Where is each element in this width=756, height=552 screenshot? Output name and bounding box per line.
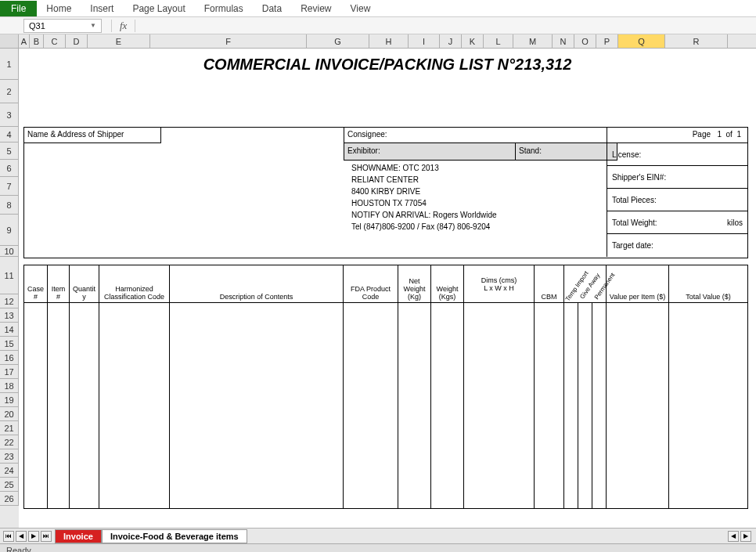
th-case: Case # bbox=[24, 265, 48, 302]
col-header-I[interactable]: I bbox=[409, 34, 440, 48]
worksheet[interactable]: COMMERCIAL INVOICE/PACKING LIST N°213,31… bbox=[19, 49, 756, 528]
line-items-table: Case # Item # Quantit y Harmonized Class… bbox=[23, 265, 748, 509]
tab-view[interactable]: View bbox=[341, 1, 380, 16]
column-headers: ABCDEFGHIJKLMNOPQR bbox=[0, 34, 756, 49]
th-net-weight: Net Weight (Kg) bbox=[398, 265, 431, 302]
cell-reference: Q31 bbox=[29, 21, 45, 31]
formula-bar: Q31 ▼ fx bbox=[0, 17, 756, 34]
th-harmonized: Harmonized Classification Code bbox=[99, 265, 170, 302]
col-header-G[interactable]: G bbox=[307, 34, 369, 48]
tab-file[interactable]: File bbox=[0, 1, 37, 16]
status-bar: Ready bbox=[0, 543, 756, 552]
th-value-per-item: Value per Item ($) bbox=[607, 265, 669, 302]
sheet-nav-buttons: ⏮ ◀ ▶ ⏭ bbox=[0, 531, 55, 542]
tab-insert[interactable]: Insert bbox=[81, 1, 123, 16]
row-header-2[interactable]: 2 bbox=[0, 80, 19, 103]
ribbon-tabs: File Home Insert Page Layout Formulas Da… bbox=[0, 0, 756, 17]
page-indicator: Page 1 of 1 bbox=[607, 128, 747, 143]
fx-icon[interactable]: fx bbox=[120, 20, 127, 32]
col-header-K[interactable]: K bbox=[462, 34, 484, 48]
name-box[interactable]: Q31 ▼ bbox=[23, 19, 102, 33]
col-header-P[interactable]: P bbox=[596, 34, 618, 48]
th-item: Item # bbox=[48, 265, 70, 302]
row-header-11[interactable]: 11 bbox=[0, 257, 19, 294]
invoice-header-block: Name & Address of Shipper Consignee: Pag… bbox=[23, 127, 748, 258]
row-header-19[interactable]: 19 bbox=[0, 393, 19, 407]
sheet-tab-food-beverage[interactable]: Invoice-Food & Beverage items bbox=[102, 529, 247, 543]
sheet-nav-last[interactable]: ⏭ bbox=[41, 531, 52, 542]
license-field: License: bbox=[607, 143, 747, 166]
col-header-J[interactable]: J bbox=[440, 34, 462, 48]
col-header-C[interactable]: C bbox=[44, 34, 66, 48]
col-header-L[interactable]: L bbox=[484, 34, 513, 48]
row-header-14[interactable]: 14 bbox=[0, 323, 19, 337]
row-header-3[interactable]: 3 bbox=[0, 103, 19, 127]
ein-field: Shipper's EIN#: bbox=[607, 166, 747, 189]
row-header-26[interactable]: 26 bbox=[0, 492, 19, 506]
col-header-A[interactable]: A bbox=[19, 34, 30, 48]
sheet-nav-prev[interactable]: ◀ bbox=[16, 531, 27, 542]
row-header-17[interactable]: 17 bbox=[0, 365, 19, 379]
exhibitor-label: Exhibitor: bbox=[344, 143, 516, 161]
row-header-10[interactable]: 10 bbox=[0, 246, 19, 257]
row-header-24[interactable]: 24 bbox=[0, 464, 19, 478]
col-header-B[interactable]: B bbox=[30, 34, 44, 48]
col-header-D[interactable]: D bbox=[66, 34, 88, 48]
row-header-23[interactable]: 23 bbox=[0, 449, 19, 464]
tab-formulas[interactable]: Formulas bbox=[195, 1, 253, 16]
select-all-corner[interactable] bbox=[0, 34, 19, 48]
name-box-dropdown-icon[interactable]: ▼ bbox=[90, 22, 96, 29]
target-date-field: Target date: bbox=[607, 234, 747, 257]
col-header-N[interactable]: N bbox=[553, 34, 574, 48]
th-cbm: CBM bbox=[535, 265, 564, 302]
row-headers: 1234567891011121314151617181920212223242… bbox=[0, 49, 19, 528]
col-header-M[interactable]: M bbox=[513, 34, 553, 48]
th-description: Description of Contents bbox=[170, 265, 344, 302]
th-total-value: Total Value ($) bbox=[669, 265, 747, 302]
row-header-5[interactable]: 5 bbox=[0, 143, 19, 160]
weight-field: Total Weight:kilos bbox=[607, 211, 747, 234]
row-header-7[interactable]: 7 bbox=[0, 177, 19, 196]
right-summary-fields: License: Shipper's EIN#: Total Pieces: T… bbox=[607, 143, 747, 257]
hscroll-right[interactable]: ▶ bbox=[740, 531, 751, 542]
tab-review[interactable]: Review bbox=[291, 1, 340, 16]
th-weight: Weight (Kgs) bbox=[431, 265, 464, 302]
th-qty: Quantit y bbox=[70, 265, 99, 302]
tab-page-layout[interactable]: Page Layout bbox=[123, 1, 194, 16]
row-header-22[interactable]: 22 bbox=[0, 435, 19, 449]
row-header-16[interactable]: 16 bbox=[0, 351, 19, 365]
row-header-25[interactable]: 25 bbox=[0, 478, 19, 492]
sheet-nav-first[interactable]: ⏮ bbox=[3, 531, 14, 542]
row-header-4[interactable]: 4 bbox=[0, 127, 19, 143]
hscroll-left[interactable]: ◀ bbox=[728, 531, 739, 542]
col-header-Q[interactable]: Q bbox=[618, 34, 665, 48]
col-header-O[interactable]: O bbox=[574, 34, 596, 48]
table-body bbox=[24, 303, 747, 508]
sheet-nav-next[interactable]: ▶ bbox=[28, 531, 39, 542]
status-text: Ready bbox=[6, 546, 31, 552]
th-rotated-group: Temp Import Give Away Permanent bbox=[564, 265, 607, 302]
tab-data[interactable]: Data bbox=[253, 1, 291, 16]
consignee-label: Consignee: bbox=[344, 128, 617, 143]
stand-label: Stand: bbox=[516, 143, 617, 161]
col-header-E[interactable]: E bbox=[88, 34, 150, 48]
row-header-13[interactable]: 13 bbox=[0, 308, 19, 323]
tab-home[interactable]: Home bbox=[37, 1, 81, 16]
row-header-20[interactable]: 20 bbox=[0, 407, 19, 421]
row-header-12[interactable]: 12 bbox=[0, 294, 19, 308]
sheet-tab-invoice[interactable]: Invoice bbox=[55, 529, 102, 543]
th-fda: FDA Product Code bbox=[344, 265, 398, 302]
row-header-8[interactable]: 8 bbox=[0, 196, 19, 215]
document-title: COMMERCIAL INVOICE/PACKING LIST N°213,31… bbox=[19, 49, 756, 80]
row-header-1[interactable]: 1 bbox=[0, 49, 19, 80]
row-header-21[interactable]: 21 bbox=[0, 421, 19, 435]
row-header-9[interactable]: 9 bbox=[0, 215, 19, 246]
row-header-18[interactable]: 18 bbox=[0, 379, 19, 393]
row-header-6[interactable]: 6 bbox=[0, 160, 19, 177]
col-header-H[interactable]: H bbox=[369, 34, 409, 48]
shipper-label: Name & Address of Shipper bbox=[24, 128, 161, 143]
row-header-15[interactable]: 15 bbox=[0, 337, 19, 351]
col-header-F[interactable]: F bbox=[150, 34, 307, 48]
col-header-R[interactable]: R bbox=[665, 34, 728, 48]
sheet-tab-bar: ⏮ ◀ ▶ ⏭ Invoice Invoice-Food & Beverage … bbox=[0, 528, 756, 543]
